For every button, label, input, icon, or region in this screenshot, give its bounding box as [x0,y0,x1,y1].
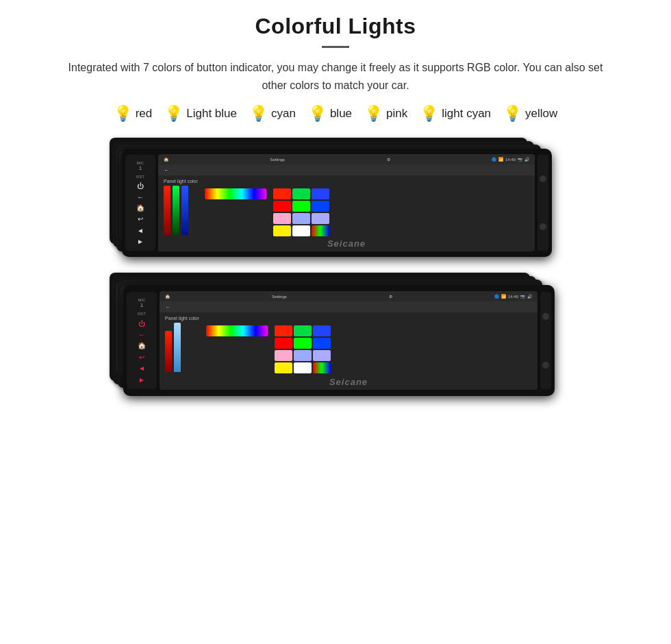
bulb-pink-icon: 💡 [364,105,383,123]
color-labels-row: 💡 red 💡 Light blue 💡 cyan 💡 blue 💡 pink … [114,105,558,123]
color-label-yellow: 💡 yellow [503,105,557,123]
color-name-lightblue: Light blue [186,107,237,121]
bulb-blue-icon: 💡 [308,105,327,123]
top-unit-group: MIC RST ⏻ 🏠 ↩ ◁◁ ▷▶ MIC RST ⏻ 🏠 ↩ ◁ [110,138,561,264]
screen-top: 🏠 Settings ⚙ 🔵 📶 14:40 📷 🔊 [158,154,535,251]
color-label-lightcyan: 💡 light cyan [420,105,491,123]
screens-container: MIC RST ⏻ 🏠 ↩ ◁◁ ▷▶ MIC RST ⏻ 🏠 ↩ ◁ [21,138,650,403]
android-settings-icon: ⚙ [387,157,390,162]
color-label-blue: 💡 blue [308,105,352,123]
watermark-bottom: Seicane [329,377,368,387]
bulb-red-icon: 💡 [114,105,132,123]
bulb-lightcyan-icon: 💡 [420,105,438,123]
page-title: Colorful Lights [255,14,416,39]
color-label-cyan: 💡 cyan [249,105,296,123]
title-divider [322,46,349,48]
screen-bottom: 🏠 Settings ⚙ 🔵 📶 14:40 📷 🔊 [160,291,537,390]
watermark-top: Seicane [327,238,366,249]
bottom-unit-group: MIC 1 ⏻ ← 🏠 ↩ ◄+ ▶+ MIC 1 ⏻ ← 🏠 ↩ [110,273,561,403]
color-label-lightblue: 💡 Light blue [164,105,237,123]
unit-front-top: MIC1 RST ⏻ ← 🏠 ↩ ◄ ► 🏠 S [122,149,552,257]
android-title: Settings [270,158,285,162]
color-name-lightcyan: light cyan [442,107,491,121]
android-home-icon: 🏠 [164,157,168,162]
description: Integrated with 7 colors of button indic… [55,59,616,94]
color-name-pink: pink [386,107,407,121]
bulb-cyan-icon: 💡 [249,105,268,123]
page-container: Colorful Lights Integrated with 7 colors… [0,0,671,644]
color-name-blue: blue [330,107,352,121]
unit-front-bottom: MIC1 RST ⏻ ← 🏠 ↩ ◄ ► 🏠 Settings [123,285,555,396]
color-name-red: red [136,107,153,121]
color-name-cyan: cyan [271,107,296,121]
color-name-yellow: yellow [525,107,557,121]
bulb-lightblue-icon: 💡 [164,105,183,123]
color-label-pink: 💡 pink [364,105,407,123]
bulb-yellow-icon: 💡 [503,105,522,123]
color-label-red: 💡 red [114,105,153,123]
